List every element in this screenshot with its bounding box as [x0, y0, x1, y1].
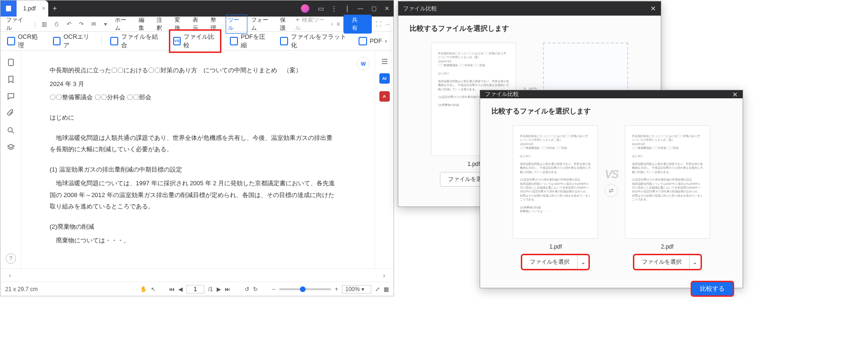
- azure-badge-icon[interactable]: A: [379, 91, 390, 102]
- help-icon[interactable]: ?: [6, 253, 16, 264]
- hand-tool-icon[interactable]: ✋: [140, 286, 147, 293]
- flatten-button[interactable]: ファイルをフラット化: [277, 31, 350, 52]
- divider: [101, 36, 102, 46]
- chevron-right-icon[interactable]: ›: [331, 21, 333, 27]
- dialog-titlebar: ファイル比較 ✕: [398, 1, 661, 16]
- account-avatar-icon[interactable]: [301, 4, 309, 13]
- compress-pdf-button[interactable]: PDFを圧縮: [227, 31, 272, 52]
- new-tab-button[interactable]: +: [48, 4, 61, 13]
- select-file-1-button[interactable]: ファイルを選択 ⌄: [522, 255, 589, 269]
- chevron-down-icon[interactable]: ⌄: [689, 255, 701, 269]
- doc-line: 2024 年 3 月: [50, 78, 337, 90]
- first-page-icon[interactable]: ⏮: [169, 286, 175, 293]
- ocr-process-button[interactable]: OCR処理: [4, 31, 44, 52]
- ocr-icon: [7, 37, 15, 45]
- select-tool-icon[interactable]: ↖: [151, 286, 156, 293]
- app-icon: [0, 0, 17, 17]
- last-page-icon[interactable]: ⏭: [225, 286, 230, 293]
- ocr-area-button[interactable]: OCRエリア: [50, 31, 96, 52]
- ocr-area-icon: [53, 37, 61, 45]
- compress-icon: [230, 37, 238, 45]
- compare-button[interactable]: 比較する: [692, 282, 733, 296]
- file-col-2: 中長期的視点に立った〇〇における〇〇対策のあり方 についての中間とりまとめ（案）…: [625, 125, 710, 269]
- tab-document[interactable]: 1.pdf ×: [17, 0, 48, 17]
- minimize-button[interactable]: —: [354, 5, 367, 12]
- settings-icon[interactable]: [380, 57, 389, 66]
- page-total: /1: [208, 286, 213, 293]
- doc-line: 地球温暖化問題は人類共通の課題であり、世界全体が危機感を共有し、今後、温室効果ガ…: [50, 132, 337, 155]
- doc-line: 中長期的視点に立った〇〇における〇〇対策のあり方 についての中間とりまとめ （案…: [50, 65, 337, 77]
- collapse-icon[interactable]: ︿: [385, 20, 391, 28]
- save-icon[interactable]: ▥: [39, 21, 50, 27]
- search-icon[interactable]: [7, 126, 15, 135]
- select-file-2-button[interactable]: ファイルを選択 ⌄: [634, 255, 701, 269]
- workspace: ? W 中長期的視点に立った〇〇における〇〇対策のあり方 についての中間とりまと…: [0, 51, 394, 268]
- doc-line: 地球温暖化問題については、1997 年に採択され 2005 年 2 月に発効した…: [50, 178, 337, 213]
- status-bar: 21 x 29.7 cm ✋ ↖ ⏮ ◀ /1 ▶ ⏭ ↺ ↻ − + 100%…: [0, 282, 394, 296]
- page-thumb-icon[interactable]: [7, 58, 15, 67]
- vs-label: VS: [605, 168, 618, 181]
- fit-icon[interactable]: ⤢: [375, 286, 380, 293]
- tab-close-icon[interactable]: ×: [42, 5, 45, 12]
- comment-icon[interactable]: ▭: [314, 5, 327, 12]
- zoom-knob[interactable]: [300, 286, 306, 292]
- merge-icon: [110, 37, 118, 45]
- redo-icon[interactable]: ↷: [76, 21, 87, 27]
- svg-rect-2: [8, 59, 13, 66]
- page-input[interactable]: [186, 285, 204, 293]
- compare-files-button[interactable]: ファイル比較: [169, 29, 222, 53]
- zoom-in-icon[interactable]: +: [335, 286, 338, 293]
- swap-files-icon[interactable]: ⇄: [605, 184, 618, 197]
- close-button[interactable]: ✕: [380, 5, 394, 12]
- comment-icon[interactable]: [7, 92, 15, 101]
- zoom-select[interactable]: 100% ▾: [342, 285, 371, 293]
- zoom-out-icon[interactable]: −: [272, 286, 275, 293]
- compare-dialog-front: ファイル比較 ✕ 比較するファイルを選択します 中長期的視点に立った〇〇における…: [480, 90, 743, 288]
- print-icon[interactable]: ⎙: [51, 21, 62, 27]
- tune-icon[interactable]: ≡: [336, 21, 340, 27]
- ai-badge-icon[interactable]: AI: [379, 73, 390, 84]
- left-sidebar: ?: [0, 51, 21, 268]
- zoom-slider[interactable]: [279, 288, 331, 290]
- undo-icon[interactable]: ↶: [63, 21, 75, 27]
- file-thumbnail-1[interactable]: 中長期的視点に立った〇〇における〇〇対策のあり方 についての中間とりまとめ（案）…: [513, 125, 598, 239]
- rotate-right-icon[interactable]: ↻: [253, 286, 258, 293]
- kebab-menu-icon[interactable]: ⋮: [327, 5, 341, 12]
- word-convert-badge[interactable]: W: [357, 57, 370, 70]
- flatten-icon: [280, 37, 288, 45]
- maximize-button[interactable]: ▢: [367, 5, 380, 12]
- chevron-down-icon[interactable]: ⌄: [577, 255, 588, 269]
- attachment-icon[interactable]: [7, 109, 15, 118]
- document-view[interactable]: W 中長期的視点に立った〇〇における〇〇対策のあり方 についての中間とりまとめ …: [21, 51, 375, 268]
- fullscreen-icon[interactable]: ⛶: [376, 21, 381, 27]
- menu-file[interactable]: ファイル: [3, 16, 32, 32]
- view-mode-icon[interactable]: ▦: [384, 286, 389, 293]
- svg-rect-1: [7, 6, 11, 11]
- merge-files-button[interactable]: ファイルを結合: [107, 31, 163, 52]
- doc-line: はじめに: [50, 112, 337, 124]
- prev-page-chevron-icon[interactable]: ‹: [5, 272, 15, 279]
- tools-toolbar: OCR処理 OCRエリア ファイルを結合 ファイル比較 PDFを圧縮 ファイルを…: [0, 32, 394, 51]
- layers-icon[interactable]: [7, 143, 15, 152]
- file-2-name: 2.pdf: [661, 243, 674, 250]
- dialog-body: 中長期的視点に立った〇〇における〇〇対策のあり方 についての中間とりまとめ（案）…: [480, 121, 743, 277]
- prev-page-icon[interactable]: ◀: [178, 286, 183, 293]
- next-page-icon[interactable]: ▶: [217, 286, 221, 293]
- file-1-name: 1.pdf: [549, 243, 562, 250]
- mail-icon[interactable]: ✉: [88, 21, 99, 27]
- file-1-name: 1.pdf: [467, 161, 480, 167]
- dialog-subtitle: 比較するファイルを選択します: [398, 16, 661, 38]
- file-thumbnail-2[interactable]: 中長期的視点に立った〇〇における〇〇対策のあり方 についての中間とりまとめ（案）…: [625, 125, 710, 239]
- search-tools-link[interactable]: ✦ 検索ツール: [295, 16, 330, 32]
- dialog-close-icon[interactable]: ✕: [650, 5, 656, 12]
- dropdown-icon[interactable]: ▾: [100, 21, 111, 27]
- next-page-chevron-icon[interactable]: ›: [379, 272, 389, 279]
- doc-line: (1) 温室効果ガスの排出量削減の中期目標の設定: [50, 164, 337, 176]
- bookmark-icon[interactable]: [7, 75, 15, 84]
- dialog-close-icon[interactable]: ✕: [732, 91, 738, 98]
- pager-bar: ‹ ›: [0, 268, 394, 282]
- pdf-more-button[interactable]: PDF›: [356, 35, 390, 47]
- compare-icon: [173, 37, 181, 45]
- dialog-subtitle: 比較するファイルを選択します: [480, 98, 743, 121]
- rotate-left-icon[interactable]: ↺: [245, 286, 249, 293]
